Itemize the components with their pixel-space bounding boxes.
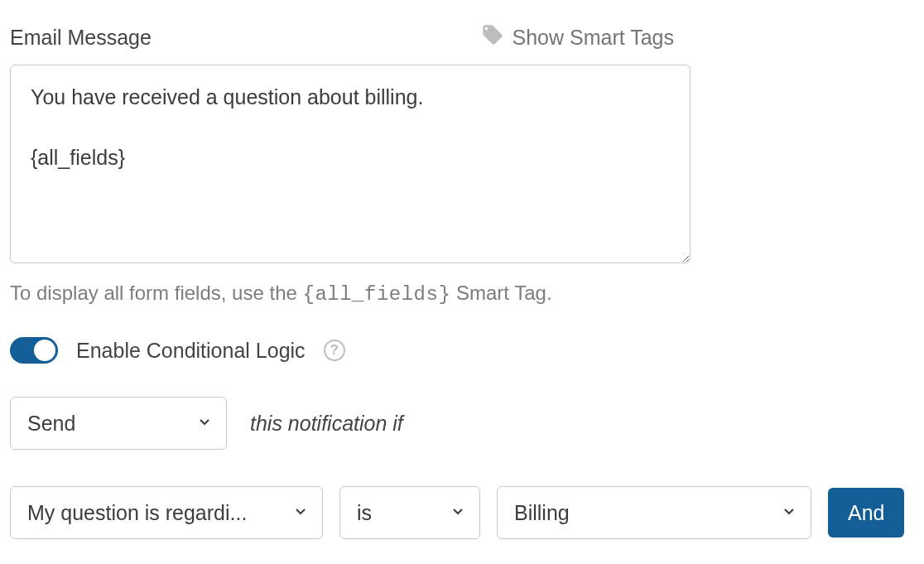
rule-field-select[interactable]: My question is regardi... — [10, 486, 323, 539]
and-button[interactable]: And — [828, 488, 904, 537]
chevron-down-icon — [196, 412, 213, 436]
toggle-knob — [34, 340, 55, 361]
show-smart-tags-link[interactable]: Show Smart Tags — [481, 23, 674, 51]
chevron-down-icon — [292, 501, 309, 525]
rule-value-text: Billing — [514, 501, 570, 525]
chevron-down-icon — [781, 501, 797, 525]
rule-operator-value: is — [357, 501, 372, 525]
conditional-logic-label: Enable Conditional Logic — [76, 339, 306, 363]
rule-value-select[interactable]: Billing — [497, 486, 811, 539]
rule-operator-select[interactable]: is — [339, 486, 480, 539]
helper-suffix: Smart Tag. — [450, 282, 551, 304]
email-message-label: Email Message — [10, 26, 152, 50]
show-smart-tags-text: Show Smart Tags — [513, 26, 674, 50]
action-select[interactable]: Send — [10, 397, 227, 450]
helper-code: {all_fields} — [303, 283, 451, 306]
help-icon[interactable]: ? — [324, 340, 345, 361]
rule-field-value: My question is regardi... — [27, 501, 247, 525]
helper-prefix: To display all form fields, use the — [10, 282, 303, 304]
helper-text: To display all form fields, use the {all… — [10, 282, 914, 306]
action-suffix-text: this notification if — [250, 412, 403, 436]
action-select-value: Send — [27, 412, 75, 436]
tag-icon — [481, 23, 504, 51]
chevron-down-icon — [450, 501, 466, 525]
email-message-textarea[interactable] — [10, 65, 691, 263]
conditional-logic-toggle[interactable] — [10, 337, 58, 364]
